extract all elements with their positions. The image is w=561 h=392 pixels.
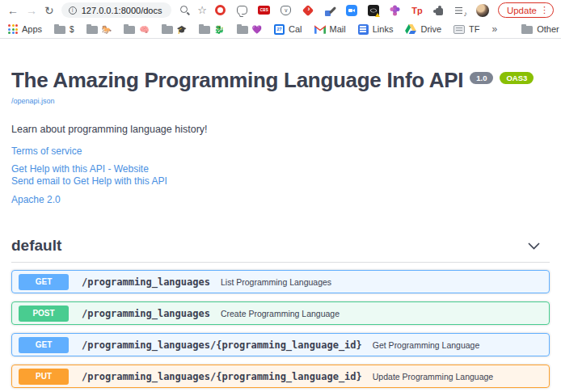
section-title: default bbox=[11, 237, 61, 255]
bookmark-folder[interactable]: 🐉 bbox=[199, 24, 224, 34]
bookmarks-bar: Apps $ 🐎 🧠 🎓 🐉 bbox=[0, 20, 561, 39]
calendar-icon: 27 bbox=[274, 24, 285, 35]
method-badge: PUT bbox=[19, 369, 69, 385]
bookmark-tf[interactable]: TF bbox=[453, 24, 479, 34]
folder-icon bbox=[237, 26, 248, 34]
endpoint-row[interactable]: GET /programming_languages List Programm… bbox=[11, 270, 550, 293]
api-description: Learn about programming language history… bbox=[11, 124, 550, 135]
method-badge: GET bbox=[19, 274, 69, 290]
page-title: The Amazing Programming Language Info AP… bbox=[11, 69, 463, 92]
bookmark-folder[interactable]: 💜 bbox=[237, 24, 262, 34]
atom-extension-icon[interactable] bbox=[367, 4, 380, 17]
browser-toolbar: ← → ↻ i 127.0.0.1:8000/docs ☆ CBS ∨ Tp U… bbox=[0, 0, 561, 20]
folder-icon bbox=[521, 26, 533, 34]
bookmark-folder[interactable]: 🎓 bbox=[162, 24, 187, 34]
reload-icon[interactable]: ↻ bbox=[44, 5, 54, 16]
cbs-extension-icon[interactable]: CBS bbox=[258, 4, 271, 17]
red-diamond-extension-icon[interactable] bbox=[302, 4, 314, 17]
endpoint-list: GET /programming_languages List Programm… bbox=[11, 270, 550, 392]
terms-link[interactable]: Terms of service bbox=[11, 145, 550, 158]
endpoint-summary: Get Programming Language bbox=[373, 340, 480, 350]
puzzle-extension-icon[interactable] bbox=[432, 4, 445, 17]
bookmark-drive[interactable]: Drive bbox=[405, 24, 441, 34]
url-text[interactable]: 127.0.0.1:8000/docs bbox=[82, 6, 162, 15]
red-circle-extension-icon[interactable] bbox=[214, 4, 227, 17]
tampermonkey-extension-icon[interactable]: Tp bbox=[411, 4, 424, 17]
endpoint-row[interactable]: PUT /programming_languages/{programming_… bbox=[11, 365, 550, 388]
version-badge: 1.0 bbox=[470, 72, 493, 84]
chevron-down-icon[interactable] bbox=[528, 242, 540, 250]
license-link[interactable]: Apache 2.0 bbox=[11, 194, 550, 206]
bookmark-folder[interactable]: 🧠 bbox=[124, 24, 149, 34]
pocket-extension-icon[interactable]: ∨ bbox=[280, 4, 293, 17]
folder-icon bbox=[54, 26, 65, 34]
method-badge: POST bbox=[19, 306, 69, 322]
extensions-row: CBS ∨ Tp Update ⋮ bbox=[214, 2, 554, 18]
flower-extension-icon[interactable] bbox=[389, 4, 402, 17]
endpoint-row[interactable]: GET /programming_languages/{programming_… bbox=[11, 333, 550, 356]
section-default-header[interactable]: default bbox=[11, 237, 550, 263]
endpoint-path: /programming_languages/{programming_lang… bbox=[82, 371, 362, 382]
swagger-page: The Amazing Programming Language Info AP… bbox=[0, 69, 561, 392]
gmail-icon bbox=[314, 25, 326, 34]
folder-icon bbox=[124, 26, 135, 34]
endpoint-row[interactable]: POST /programming_languages Create Progr… bbox=[11, 301, 550, 325]
folder-icon bbox=[199, 26, 210, 34]
endpoint-path: /programming_languages bbox=[82, 308, 210, 319]
openapi-spec-link[interactable]: /openapi.json bbox=[11, 97, 55, 105]
tf-icon bbox=[453, 25, 465, 34]
forward-icon[interactable]: → bbox=[26, 5, 37, 16]
bookmark-star-icon[interactable]: ☆ bbox=[197, 5, 207, 15]
apps-grid-icon bbox=[8, 24, 18, 34]
profile-avatar[interactable] bbox=[476, 4, 489, 17]
bookmark-links[interactable]: Links bbox=[358, 24, 394, 35]
other-bookmarks[interactable]: Other Bookmarks bbox=[521, 24, 561, 34]
address-bar[interactable]: i 127.0.0.1:8000/docs bbox=[61, 2, 171, 18]
apps-shortcut[interactable]: Apps bbox=[8, 24, 42, 34]
folder-icon bbox=[162, 26, 173, 34]
chat-bubble-extension-icon[interactable] bbox=[236, 4, 249, 17]
endpoint-path: /programming_languages bbox=[82, 276, 210, 288]
email-link[interactable]: Send email to Get Help with this API bbox=[11, 175, 550, 188]
method-badge: GET bbox=[19, 337, 69, 353]
update-button[interactable]: Update ⋮ bbox=[498, 2, 554, 18]
bookmark-folder[interactable]: 🐎 bbox=[86, 24, 112, 34]
bookmark-mail[interactable]: Mail bbox=[314, 24, 346, 34]
zoom-out-icon[interactable] bbox=[179, 4, 190, 17]
page-info-icon[interactable]: i bbox=[69, 6, 77, 15]
endpoint-summary: Update Programming Language bbox=[373, 372, 493, 381]
drive-icon bbox=[405, 24, 416, 34]
endpoint-path: /programming_languages/{programming_lang… bbox=[82, 339, 362, 351]
endpoint-summary: Create Programming Language bbox=[221, 309, 340, 318]
website-link[interactable]: Get Help with this API - Website bbox=[11, 163, 550, 175]
playlist-extension-icon[interactable] bbox=[454, 4, 467, 17]
bookmark-folder[interactable]: $ bbox=[54, 24, 74, 34]
video-camera-extension-icon[interactable] bbox=[345, 4, 358, 17]
oas3-badge: OAS3 bbox=[500, 72, 534, 84]
links-icon bbox=[358, 24, 369, 35]
bookmark-folders: $ 🐎 🧠 🎓 🐉 💜 bbox=[54, 24, 262, 34]
bookmarks-overflow-icon[interactable]: » bbox=[492, 23, 498, 35]
folder-icon bbox=[86, 26, 98, 34]
bookmark-cal[interactable]: 27 Cal bbox=[274, 24, 302, 35]
color-picker-extension-icon[interactable] bbox=[323, 4, 336, 17]
browser-menu-icon[interactable]: ⋮ bbox=[540, 6, 549, 15]
back-icon[interactable]: ← bbox=[7, 5, 19, 16]
endpoint-summary: List Programming Languages bbox=[221, 277, 331, 287]
